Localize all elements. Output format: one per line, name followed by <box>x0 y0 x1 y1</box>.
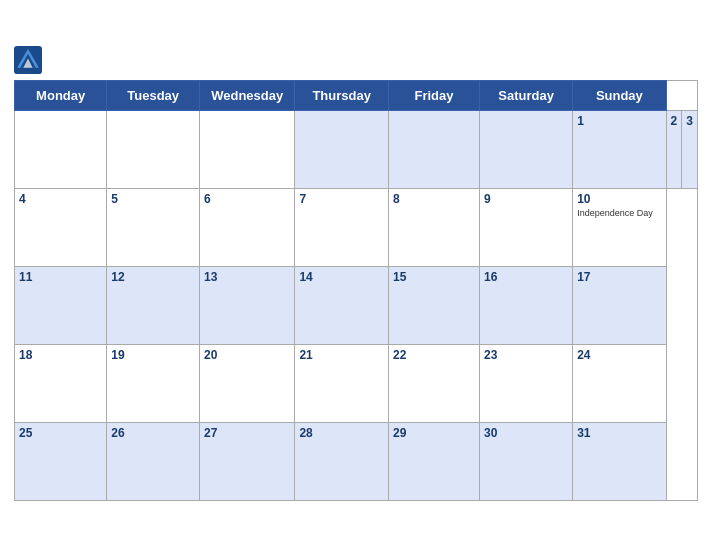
day-cell-5: 5 <box>107 188 200 266</box>
logo-area <box>14 46 46 74</box>
day-cell-2: 2 <box>666 110 682 188</box>
day-cell-30: 30 <box>479 422 572 500</box>
week-row-4: 18192021222324 <box>15 344 698 422</box>
day-number: 21 <box>299 348 384 362</box>
day-number: 2 <box>671 114 678 128</box>
day-cell-21: 21 <box>295 344 389 422</box>
day-cell-28: 28 <box>295 422 389 500</box>
day-number: 30 <box>484 426 568 440</box>
day-number: 20 <box>204 348 290 362</box>
day-number: 22 <box>393 348 475 362</box>
weekday-header-row: MondayTuesdayWednesdayThursdayFridaySatu… <box>15 80 698 110</box>
week-row-2: 45678910Independence Day <box>15 188 698 266</box>
day-cell-24: 24 <box>573 344 666 422</box>
day-number: 26 <box>111 426 195 440</box>
day-cell-7: 7 <box>295 188 389 266</box>
day-number: 19 <box>111 348 195 362</box>
weekday-header-friday: Friday <box>388 80 479 110</box>
day-cell-10: 10Independence Day <box>573 188 666 266</box>
week-row-3: 11121314151617 <box>15 266 698 344</box>
day-number: 12 <box>111 270 195 284</box>
day-cell-18: 18 <box>15 344 107 422</box>
day-number: 10 <box>577 192 661 206</box>
empty-cell <box>15 110 107 188</box>
day-cell- <box>388 110 479 188</box>
calendar-wrapper: MondayTuesdayWednesdayThursdayFridaySatu… <box>0 36 712 515</box>
day-number: 28 <box>299 426 384 440</box>
weekday-header-tuesday: Tuesday <box>107 80 200 110</box>
day-cell-17: 17 <box>573 266 666 344</box>
day-number: 6 <box>204 192 290 206</box>
day-number: 27 <box>204 426 290 440</box>
day-cell-19: 19 <box>107 344 200 422</box>
weekday-header-sunday: Sunday <box>573 80 666 110</box>
day-cell-31: 31 <box>573 422 666 500</box>
day-cell-9: 9 <box>479 188 572 266</box>
day-number: 14 <box>299 270 384 284</box>
day-cell-22: 22 <box>388 344 479 422</box>
day-cell-6: 6 <box>200 188 295 266</box>
day-number: 17 <box>577 270 661 284</box>
day-cell-8: 8 <box>388 188 479 266</box>
weekday-header-wednesday: Wednesday <box>200 80 295 110</box>
day-number: 29 <box>393 426 475 440</box>
generalblue-logo-icon <box>14 46 42 74</box>
day-cell- <box>479 110 572 188</box>
weekday-header-saturday: Saturday <box>479 80 572 110</box>
day-cell-26: 26 <box>107 422 200 500</box>
day-cell-20: 20 <box>200 344 295 422</box>
day-number: 9 <box>484 192 568 206</box>
empty-cell <box>107 110 200 188</box>
day-number: 18 <box>19 348 102 362</box>
day-number: 16 <box>484 270 568 284</box>
holiday-label: Independence Day <box>577 208 661 219</box>
day-cell-1: 1 <box>573 110 666 188</box>
day-cell-13: 13 <box>200 266 295 344</box>
day-cell- <box>295 110 389 188</box>
day-cell-11: 11 <box>15 266 107 344</box>
day-cell-14: 14 <box>295 266 389 344</box>
day-number: 4 <box>19 192 102 206</box>
day-number: 15 <box>393 270 475 284</box>
calendar-grid: MondayTuesdayWednesdayThursdayFridaySatu… <box>14 80 698 501</box>
day-cell-25: 25 <box>15 422 107 500</box>
day-number: 5 <box>111 192 195 206</box>
weekday-header-monday: Monday <box>15 80 107 110</box>
day-number: 23 <box>484 348 568 362</box>
week-row-1: 123 <box>15 110 698 188</box>
day-cell-3: 3 <box>682 110 698 188</box>
day-cell-15: 15 <box>388 266 479 344</box>
day-number: 3 <box>686 114 693 128</box>
day-number: 7 <box>299 192 384 206</box>
day-number: 31 <box>577 426 661 440</box>
empty-cell <box>200 110 295 188</box>
day-cell-16: 16 <box>479 266 572 344</box>
day-number: 8 <box>393 192 475 206</box>
day-number: 24 <box>577 348 661 362</box>
calendar-header <box>14 46 698 74</box>
day-cell-23: 23 <box>479 344 572 422</box>
day-number: 13 <box>204 270 290 284</box>
day-cell-12: 12 <box>107 266 200 344</box>
day-cell-27: 27 <box>200 422 295 500</box>
day-number: 25 <box>19 426 102 440</box>
day-cell-29: 29 <box>388 422 479 500</box>
day-cell-4: 4 <box>15 188 107 266</box>
week-row-5: 25262728293031 <box>15 422 698 500</box>
day-number: 1 <box>577 114 661 128</box>
weekday-header-thursday: Thursday <box>295 80 389 110</box>
day-number: 11 <box>19 270 102 284</box>
